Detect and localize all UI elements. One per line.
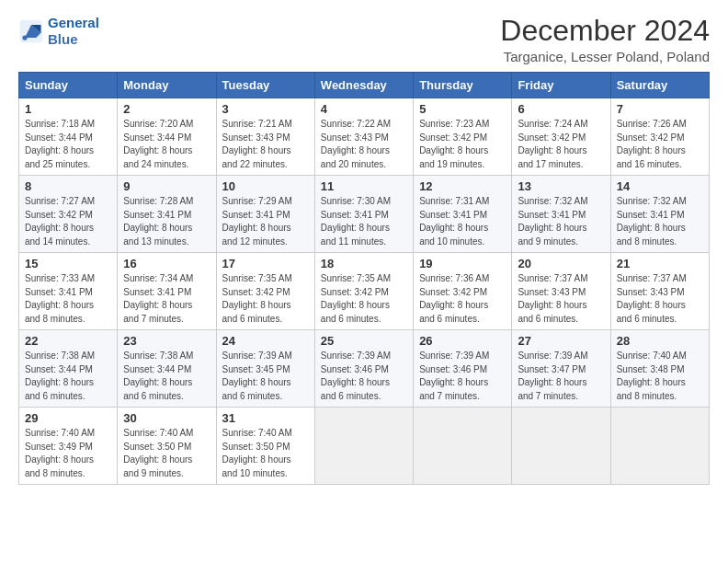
day-number: 4 [321,102,407,116]
day-number: 7 [617,102,703,116]
day-number: 31 [222,411,309,425]
calendar-cell: 7Sunrise: 7:26 AMSunset: 3:42 PMDaylight… [610,98,709,176]
header-day-friday: Friday [512,73,610,98]
day-info: Sunrise: 7:23 AMSunset: 3:42 PMDaylight:… [419,119,489,169]
calendar-cell: 15Sunrise: 7:33 AMSunset: 3:41 PMDayligh… [19,253,118,330]
calendar-cell: 1Sunrise: 7:18 AMSunset: 3:44 PMDaylight… [19,98,118,176]
calendar-cell: 13Sunrise: 7:32 AMSunset: 3:41 PMDayligh… [512,176,610,253]
calendar-cell: 24Sunrise: 7:39 AMSunset: 3:45 PMDayligh… [216,330,314,408]
day-info: Sunrise: 7:37 AMSunset: 3:43 PMDaylight:… [518,273,587,324]
calendar-cell: 16Sunrise: 7:34 AMSunset: 3:41 PMDayligh… [118,253,216,330]
day-number: 21 [617,257,703,270]
day-info: Sunrise: 7:38 AMSunset: 3:44 PMDaylight:… [25,350,95,401]
day-number: 12 [419,179,506,193]
day-info: Sunrise: 7:24 AMSunset: 3:42 PMDaylight:… [518,119,587,169]
calendar-cell: 31Sunrise: 7:40 AMSunset: 3:50 PMDayligh… [216,408,314,485]
day-number: 13 [518,179,604,193]
day-info: Sunrise: 7:32 AMSunset: 3:41 PMDaylight:… [518,196,587,247]
day-info: Sunrise: 7:37 AMSunset: 3:43 PMDaylight:… [617,273,687,324]
calendar-cell: 28Sunrise: 7:40 AMSunset: 3:48 PMDayligh… [610,330,709,408]
day-number: 6 [518,102,604,116]
calendar-cell: 5Sunrise: 7:23 AMSunset: 3:42 PMDaylight… [414,98,512,176]
day-info: Sunrise: 7:32 AMSunset: 3:41 PMDaylight:… [617,196,687,247]
logo-text: General Blue [48,15,99,48]
calendar-cell: 29Sunrise: 7:40 AMSunset: 3:49 PMDayligh… [19,408,118,485]
calendar-cell: 9Sunrise: 7:28 AMSunset: 3:41 PMDaylight… [118,176,216,253]
header-day-tuesday: Tuesday [216,73,314,98]
day-info: Sunrise: 7:28 AMSunset: 3:41 PMDaylight:… [123,196,193,247]
day-number: 17 [222,257,309,270]
day-number: 22 [25,334,111,348]
day-info: Sunrise: 7:38 AMSunset: 3:44 PMDaylight:… [123,350,193,401]
day-number: 18 [321,257,407,270]
day-number: 8 [25,179,111,193]
calendar-cell [512,408,610,485]
calendar-cell: 18Sunrise: 7:35 AMSunset: 3:42 PMDayligh… [314,253,413,330]
day-number: 28 [617,334,703,348]
day-info: Sunrise: 7:29 AMSunset: 3:41 PMDaylight:… [222,196,292,247]
day-info: Sunrise: 7:31 AMSunset: 3:41 PMDaylight:… [419,196,489,247]
calendar-cell: 12Sunrise: 7:31 AMSunset: 3:41 PMDayligh… [414,176,512,253]
calendar-cell [610,408,709,485]
logo: General Blue [18,15,99,48]
day-info: Sunrise: 7:40 AMSunset: 3:49 PMDaylight:… [25,428,95,478]
day-number: 1 [25,102,111,116]
day-info: Sunrise: 7:35 AMSunset: 3:42 PMDaylight:… [222,273,292,324]
calendar-cell: 3Sunrise: 7:21 AMSunset: 3:43 PMDaylight… [216,98,314,176]
day-info: Sunrise: 7:40 AMSunset: 3:50 PMDaylight:… [123,428,193,478]
day-info: Sunrise: 7:36 AMSunset: 3:42 PMDaylight:… [419,273,489,324]
day-number: 27 [518,334,604,348]
day-info: Sunrise: 7:21 AMSunset: 3:43 PMDaylight:… [222,119,292,169]
header: General Blue December 2024 Targanice, Le… [18,15,710,64]
calendar-cell: 2Sunrise: 7:20 AMSunset: 3:44 PMDaylight… [118,98,216,176]
day-number: 14 [617,179,703,193]
calendar-cell: 25Sunrise: 7:39 AMSunset: 3:46 PMDayligh… [314,330,413,408]
day-number: 26 [419,334,506,348]
calendar-cell: 6Sunrise: 7:24 AMSunset: 3:42 PMDaylight… [512,98,610,176]
calendar-cell: 19Sunrise: 7:36 AMSunset: 3:42 PMDayligh… [414,253,512,330]
title-block: December 2024 Targanice, Lesser Poland, … [500,15,710,64]
calendar-cell: 22Sunrise: 7:38 AMSunset: 3:44 PMDayligh… [19,330,118,408]
header-day-thursday: Thursday [414,73,512,98]
day-info: Sunrise: 7:35 AMSunset: 3:42 PMDaylight:… [321,273,391,324]
calendar-header-row: SundayMondayTuesdayWednesdayThursdayFrid… [19,73,710,98]
day-info: Sunrise: 7:27 AMSunset: 3:42 PMDaylight:… [25,196,95,247]
calendar-cell: 23Sunrise: 7:38 AMSunset: 3:44 PMDayligh… [118,330,216,408]
calendar-cell: 11Sunrise: 7:30 AMSunset: 3:41 PMDayligh… [314,176,413,253]
week-row-1: 1Sunrise: 7:18 AMSunset: 3:44 PMDaylight… [19,98,710,176]
day-number: 20 [518,257,604,270]
day-info: Sunrise: 7:39 AMSunset: 3:46 PMDaylight:… [321,350,391,401]
header-day-sunday: Sunday [19,73,118,98]
day-info: Sunrise: 7:39 AMSunset: 3:47 PMDaylight:… [518,350,587,401]
calendar-cell: 4Sunrise: 7:22 AMSunset: 3:43 PMDaylight… [314,98,413,176]
page: General Blue December 2024 Targanice, Le… [0,0,728,494]
day-number: 10 [222,179,309,193]
day-number: 16 [123,257,210,270]
week-row-5: 29Sunrise: 7:40 AMSunset: 3:49 PMDayligh… [19,408,710,485]
day-number: 25 [321,334,407,348]
calendar-cell [414,408,512,485]
calendar-cell: 8Sunrise: 7:27 AMSunset: 3:42 PMDaylight… [19,176,118,253]
day-info: Sunrise: 7:40 AMSunset: 3:48 PMDaylight:… [617,350,687,401]
day-number: 23 [123,334,210,348]
day-number: 11 [321,179,407,193]
day-number: 29 [25,411,111,425]
calendar-cell: 21Sunrise: 7:37 AMSunset: 3:43 PMDayligh… [610,253,709,330]
day-info: Sunrise: 7:33 AMSunset: 3:41 PMDaylight:… [25,273,95,324]
day-info: Sunrise: 7:40 AMSunset: 3:50 PMDaylight:… [222,428,292,478]
week-row-3: 15Sunrise: 7:33 AMSunset: 3:41 PMDayligh… [19,253,710,330]
day-number: 15 [25,257,111,270]
day-info: Sunrise: 7:20 AMSunset: 3:44 PMDaylight:… [123,119,193,169]
main-title: December 2024 [500,15,710,47]
calendar-table: SundayMondayTuesdayWednesdayThursdayFrid… [18,72,710,485]
day-number: 19 [419,257,506,270]
calendar-cell: 10Sunrise: 7:29 AMSunset: 3:41 PMDayligh… [216,176,314,253]
day-number: 3 [222,102,309,116]
day-info: Sunrise: 7:39 AMSunset: 3:46 PMDaylight:… [419,350,489,401]
header-day-saturday: Saturday [610,73,709,98]
calendar-cell [314,408,413,485]
day-number: 2 [123,102,210,116]
day-info: Sunrise: 7:30 AMSunset: 3:41 PMDaylight:… [321,196,391,247]
calendar-cell: 27Sunrise: 7:39 AMSunset: 3:47 PMDayligh… [512,330,610,408]
calendar-cell: 26Sunrise: 7:39 AMSunset: 3:46 PMDayligh… [414,330,512,408]
